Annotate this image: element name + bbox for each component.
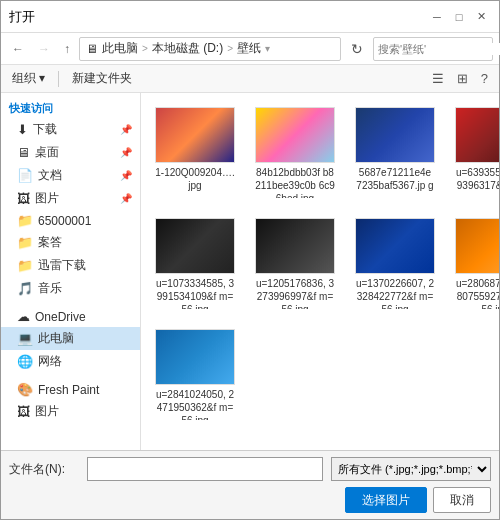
- folder-icon: 📁: [17, 258, 33, 273]
- maximize-button[interactable]: □: [449, 7, 469, 27]
- file-thumbnail: [455, 107, 499, 163]
- file-thumbnail: [155, 107, 235, 163]
- window: 打开 ─ □ ✕ ← → ↑ 🖥 此电脑 > 本地磁盘 (D:) > 壁纸 ▾ …: [0, 0, 500, 520]
- confirm-button[interactable]: 选择图片: [345, 487, 427, 513]
- onedrive-icon: ☁: [17, 309, 30, 324]
- sidebar-item-desktop[interactable]: 🖥 桌面 📌: [1, 141, 140, 164]
- window-title: 打开: [9, 8, 35, 26]
- up-button[interactable]: ↑: [59, 39, 75, 59]
- sidebar-item-this-pc[interactable]: 💻 此电脑: [1, 327, 140, 350]
- file-name: u=1205176836, 3273996997&f m=56.jpg: [255, 277, 335, 309]
- file-item[interactable]: u=1205176836, 3273996997&f m=56.jpg: [249, 212, 341, 315]
- file-thumbnail: [155, 218, 235, 274]
- sidebar-item-gallery[interactable]: 🖼 图片: [1, 400, 140, 423]
- folder-icon: 📁: [17, 213, 33, 228]
- desktop-icon: 🖥: [17, 145, 30, 160]
- main-area: 快速访问 ⬇ 下载 📌 🖥 桌面 📌 📄 文档 📌 🖼 图片 📌: [1, 93, 499, 450]
- computer-icon: 🖥: [86, 42, 98, 56]
- breadcrumb[interactable]: 🖥 此电脑 > 本地磁盘 (D:) > 壁纸 ▾: [79, 37, 341, 61]
- download-icon: ⬇: [17, 122, 28, 137]
- sidebar-item-docs[interactable]: 📄 文档 📌: [1, 164, 140, 187]
- sidebar-item-pics[interactable]: 🖼 图片 📌: [1, 187, 140, 210]
- breadcrumb-folder[interactable]: 壁纸: [237, 40, 261, 57]
- pin-icon: 📌: [120, 193, 132, 204]
- sidebar-item-network[interactable]: 🌐 网络: [1, 350, 140, 373]
- file-grid: 1-120Q009204….jpg 84b12bdbb03f b8211bee3…: [149, 101, 491, 426]
- file-thumbnail: [155, 329, 235, 385]
- file-name: u=1370226607, 2328422772&f m=56.jpg: [355, 277, 435, 309]
- bottom-buttons: 选择图片 取消: [9, 487, 491, 513]
- minimize-button[interactable]: ─: [427, 7, 447, 27]
- sidebar-item-thunder[interactable]: 📁 迅雷下载: [1, 254, 140, 277]
- folder-icon: 📁: [17, 235, 33, 250]
- pin-icon: 📌: [120, 170, 132, 181]
- cancel-button[interactable]: 取消: [433, 487, 491, 513]
- file-item[interactable]: u=1073334585, 3991534109&f m=56.jpg: [149, 212, 241, 315]
- file-thumbnail: [355, 218, 435, 274]
- title-bar: 打开 ─ □ ✕: [1, 1, 499, 33]
- filename-label: 文件名(N):: [9, 461, 79, 478]
- fresh-paint-icon: 🎨: [17, 382, 33, 397]
- file-name-row: 文件名(N): 所有文件 (*.jpg;*.jpg;*.bmp;*.…: [9, 457, 491, 481]
- file-name: u=1073334585, 3991534109&f m=56.jpg: [155, 277, 235, 309]
- toolbar-right: ☰ ⊞ ?: [427, 68, 493, 89]
- sidebar-item-65000001[interactable]: 📁 65000001: [1, 210, 140, 231]
- close-button[interactable]: ✕: [471, 7, 491, 27]
- new-folder-button[interactable]: 新建文件夹: [67, 68, 137, 89]
- file-name: 1-120Q009204….jpg: [155, 166, 235, 192]
- file-item[interactable]: u=2841024050, 2471950362&f m=56.jpg: [149, 323, 241, 426]
- quick-access-section[interactable]: 快速访问: [1, 97, 140, 118]
- refresh-button[interactable]: ↻: [345, 38, 369, 60]
- sidebar-item-fresh-paint[interactable]: 🎨 Fresh Paint: [1, 379, 140, 400]
- file-name: 84b12bdbb03f b8211bee39c0b 6c96bed.jpg: [255, 166, 335, 198]
- network-icon: 🌐: [17, 354, 33, 369]
- pics-icon: 🖼: [17, 191, 30, 206]
- filename-input[interactable]: [87, 457, 323, 481]
- bottom-bar: 文件名(N): 所有文件 (*.jpg;*.jpg;*.bmp;*.… 选择图片…: [1, 450, 499, 519]
- breadcrumb-this-pc[interactable]: 此电脑: [102, 40, 138, 57]
- nav-bar: ← → ↑ 🖥 此电脑 > 本地磁盘 (D:) > 壁纸 ▾ ↻ 🔍: [1, 33, 499, 65]
- file-item[interactable]: u=2806872643, 1807559271&f m=56.jpg: [449, 212, 499, 315]
- breadcrumb-drive[interactable]: 本地磁盘 (D:): [152, 40, 223, 57]
- file-item[interactable]: 1-120Q009204….jpg: [149, 101, 241, 204]
- content-area: 1-120Q009204….jpg 84b12bdbb03f b8211bee3…: [141, 93, 499, 450]
- file-thumbnail: [355, 107, 435, 163]
- music-icon: 🎵: [17, 281, 33, 296]
- back-button[interactable]: ←: [7, 39, 29, 59]
- pin-icon: 📌: [120, 124, 132, 135]
- file-name: 5687e71211e4e 7235baf5367.jp g: [355, 166, 435, 192]
- file-item[interactable]: u=639355041,8 29396317&fm= 56: [449, 101, 499, 204]
- view-grid-button[interactable]: ⊞: [452, 68, 473, 89]
- docs-icon: 📄: [17, 168, 33, 183]
- file-thumbnail: [455, 218, 499, 274]
- help-button[interactable]: ?: [476, 68, 493, 89]
- file-item[interactable]: 84b12bdbb03f b8211bee39c0b 6c96bed.jpg: [249, 101, 341, 204]
- sidebar-item-download[interactable]: ⬇ 下载 📌: [1, 118, 140, 141]
- file-thumbnail: [255, 107, 335, 163]
- toolbar-separator: [58, 71, 59, 87]
- sidebar-item-cases[interactable]: 📁 案答: [1, 231, 140, 254]
- sidebar-item-music[interactable]: 🎵 音乐: [1, 277, 140, 300]
- search-input[interactable]: [378, 43, 500, 55]
- file-thumbnail: [255, 218, 335, 274]
- search-bar[interactable]: 🔍: [373, 37, 493, 61]
- file-name: u=639355041,8 29396317&fm= 56: [455, 166, 499, 192]
- window-controls: ─ □ ✕: [427, 7, 491, 27]
- file-item[interactable]: u=1370226607, 2328422772&f m=56.jpg: [349, 212, 441, 315]
- forward-button[interactable]: →: [33, 39, 55, 59]
- sidebar: 快速访问 ⬇ 下载 📌 🖥 桌面 📌 📄 文档 📌 🖼 图片 📌: [1, 93, 141, 450]
- file-name: u=2841024050, 2471950362&f m=56.jpg: [155, 388, 235, 420]
- gallery-icon: 🖼: [17, 404, 30, 419]
- file-item[interactable]: 5687e71211e4e 7235baf5367.jp g: [349, 101, 441, 204]
- filetype-select[interactable]: 所有文件 (*.jpg;*.jpg;*.bmp;*.…: [331, 457, 491, 481]
- sidebar-item-onedrive[interactable]: ☁ OneDrive: [1, 306, 140, 327]
- this-pc-icon: 💻: [17, 331, 33, 346]
- toolbar: 组织 ▾ 新建文件夹 ☰ ⊞ ?: [1, 65, 499, 93]
- view-list-button[interactable]: ☰: [427, 68, 449, 89]
- organize-button[interactable]: 组织 ▾: [7, 68, 50, 89]
- pin-icon: 📌: [120, 147, 132, 158]
- file-name: u=2806872643, 1807559271&f m=56.jpg: [455, 277, 499, 309]
